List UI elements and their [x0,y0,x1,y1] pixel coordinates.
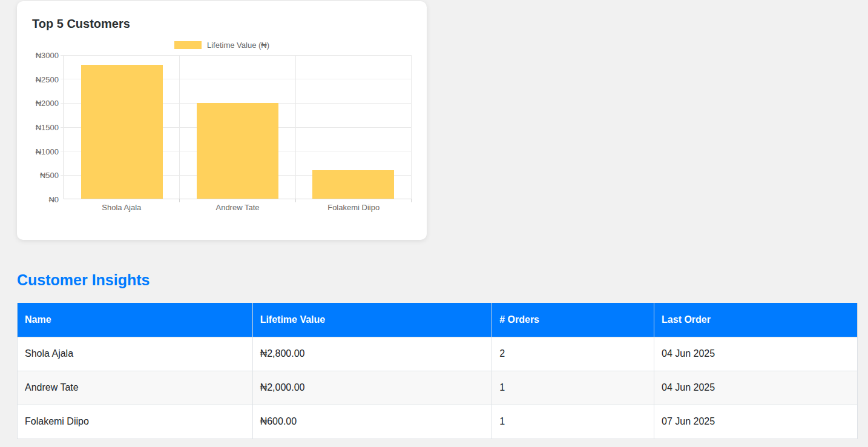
bar-shola-ajala[interactable] [81,65,163,199]
cell-last-order: 07 Jun 2025 [654,405,858,439]
y-axis-tick-label: ₦2500 [36,74,59,84]
bar-chart: ₦3000₦2500₦2000₦1500₦1000₦500₦0 [32,55,412,199]
cell-last-order: 04 Jun 2025 [654,371,858,405]
y-axis-tick-label: ₦0 [48,195,59,204]
chart-plot-area [64,55,412,199]
chart-column [296,55,412,199]
chart-y-axis: ₦3000₦2500₦2000₦1500₦1000₦500₦0 [32,55,64,199]
table-row: Shola Ajala₦2,800.00204 Jun 2025 [18,337,858,371]
y-axis-tick-label: ₦3000 [36,51,59,60]
cell-name: Andrew Tate [18,371,253,405]
table-header-row: Name Lifetime Value # Orders Last Order [18,303,858,337]
section-heading-customer-insights: Customer Insights [17,271,150,289]
chart-column [64,55,180,199]
cell-name: Shola Ajala [18,337,253,371]
legend-label: Lifetime Value (₦) [207,41,269,50]
x-axis-tick-label: Shola Ajala [64,203,180,212]
column-header-lifetime-value: Lifetime Value [252,303,492,337]
cell-name: Folakemi Diipo [18,405,253,439]
table-row: Andrew Tate₦2,000.00104 Jun 2025 [18,371,858,405]
chart-x-axis: Shola AjalaAndrew TateFolakemi Diipo [64,203,412,212]
top-customers-card: Top 5 Customers Lifetime Value (₦) ₦3000… [17,1,427,240]
chart-title: Top 5 Customers [32,17,412,31]
cell-orders: 2 [492,337,654,371]
bar-folakemi-diipo[interactable] [312,170,394,199]
y-axis-tick-label: ₦500 [40,171,59,180]
cell-lifetime-value: ₦2,800.00 [252,337,492,371]
cell-last-order: 04 Jun 2025 [654,337,858,371]
table-body: Shola Ajala₦2,800.00204 Jun 2025Andrew T… [18,337,858,439]
x-axis-tick-label: Andrew Tate [180,203,296,212]
column-header-orders: # Orders [492,303,654,337]
legend-swatch-icon [174,41,202,49]
cell-lifetime-value: ₦600.00 [252,405,492,439]
y-axis-tick-label: ₦2000 [36,99,59,108]
column-header-last-order: Last Order [654,303,858,337]
bar-andrew-tate[interactable] [197,103,278,199]
column-header-name: Name [18,303,253,337]
table-row: Folakemi Diipo₦600.00107 Jun 2025 [18,405,858,439]
chart-legend[interactable]: Lifetime Value (₦) [32,41,412,50]
cell-orders: 1 [492,371,654,405]
cell-lifetime-value: ₦2,000.00 [252,371,492,405]
chart-column [180,55,295,199]
x-axis-tick-label: Folakemi Diipo [295,203,412,212]
y-axis-tick-label: ₦1000 [36,147,59,156]
y-axis-tick-label: ₦1500 [36,123,59,132]
customer-insights-table: Name Lifetime Value # Orders Last Order … [17,303,858,439]
cell-orders: 1 [492,405,654,439]
